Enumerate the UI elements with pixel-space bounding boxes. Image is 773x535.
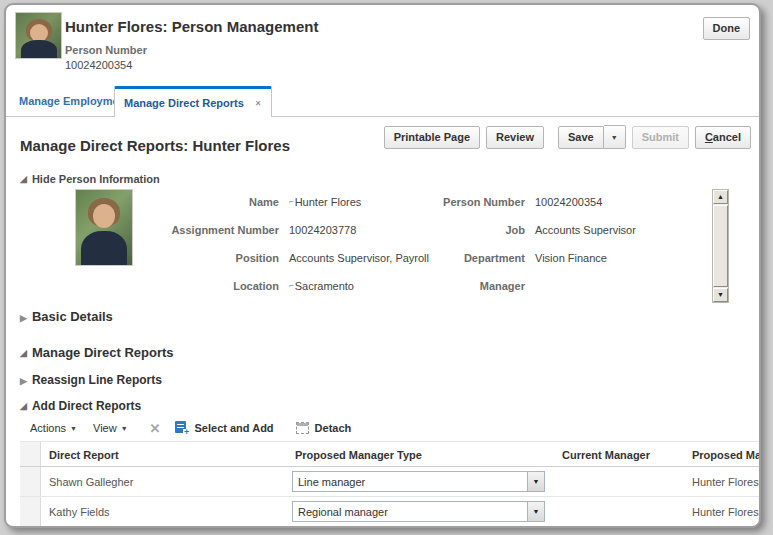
selected-option: Line manager [298, 476, 365, 488]
direct-reports-table: Direct Report Proposed Manager Type Curr… [20, 441, 761, 527]
row-selector-header [20, 442, 41, 466]
chevron-down-icon: ▼ [611, 134, 618, 141]
manage-direct-reports-label: Manage Direct Reports [32, 345, 174, 360]
submit-button: Submit [632, 126, 689, 149]
job-label: Job [365, 224, 525, 236]
assignment-number-value: 10024203778 [289, 224, 356, 236]
location-label: Location [119, 280, 279, 292]
detach-button[interactable]: Detach [296, 422, 352, 434]
table-row[interactable]: Kathy Fields Regional manager ▼ Hunter F… [20, 497, 761, 527]
proposed-manager-cell: Hunter Flores [692, 476, 759, 488]
detach-icon [296, 422, 309, 434]
name-label: Name [119, 196, 279, 208]
name-text: Hunter Flores [295, 196, 362, 208]
expand-triangle-icon: ▶ [20, 313, 27, 323]
scrollbar-thumb[interactable] [713, 205, 728, 287]
collapse-triangle-icon: ◢ [20, 401, 27, 411]
person-management-window: Hunter Flores: Person Management Person … [4, 3, 761, 528]
save-button[interactable]: Save [558, 126, 604, 149]
column-header-proposed-manager-type[interactable]: Proposed Manager Type [295, 449, 422, 461]
scroll-down-icon[interactable]: ▼ [713, 288, 728, 302]
add-direct-reports-label: Add Direct Reports [32, 399, 141, 413]
view-menu-label: View [93, 422, 117, 434]
proposed-manager-type-select[interactable]: Line manager ▼ [292, 471, 545, 492]
view-menu[interactable]: View▼ [93, 422, 128, 434]
name-value: ⌐Hunter Flores [289, 196, 361, 208]
hide-person-information-toggle[interactable]: ◢Hide Person Information [20, 173, 160, 185]
review-button[interactable]: Review [486, 126, 544, 149]
basic-details-toggle[interactable]: ▶Basic Details [20, 309, 113, 324]
photo-face [93, 204, 115, 228]
close-icon[interactable]: ✕ [255, 99, 262, 108]
row-selector[interactable] [20, 497, 41, 526]
cancel-button[interactable]: Cancel [695, 126, 751, 149]
select-and-add-button[interactable]: + Select and Add [175, 421, 274, 435]
chevron-down-icon: ▼ [70, 425, 77, 432]
job-value: Accounts Supervisor [535, 224, 636, 236]
avatar-torso [21, 40, 57, 59]
basic-details-label: Basic Details [32, 309, 113, 324]
person-number-field-label: Person Number [365, 196, 525, 208]
row-selector[interactable] [20, 467, 41, 496]
direct-report-cell: Kathy Fields [49, 506, 110, 518]
person-number-field-value: 10024200354 [535, 196, 602, 208]
selected-option: Regional manager [298, 506, 388, 518]
reassign-line-reports-toggle[interactable]: ▶Reassign Line Reports [20, 373, 162, 387]
actions-menu-label: Actions [30, 422, 66, 434]
column-header-proposed-manager[interactable]: Proposed Manager [692, 449, 761, 461]
manager-label: Manager [365, 280, 525, 292]
vertical-scrollbar[interactable]: ▲ ▼ [712, 189, 729, 303]
tab-manage-employment-label: Manage Employment [19, 95, 129, 107]
page-action-buttons: Printable Page Review Save ▼ Submit Canc… [378, 125, 751, 149]
hide-person-information-label: Hide Person Information [32, 173, 160, 185]
tab-strip: Manage Employment ✕ Manage Direct Report… [6, 86, 759, 117]
chevron-down-icon[interactable]: ▼ [527, 502, 544, 521]
manage-direct-reports-toggle[interactable]: ◢Manage Direct Reports [20, 345, 174, 360]
person-number-value: 10024200354 [65, 59, 132, 71]
column-header-current-manager[interactable]: Current Manager [562, 449, 650, 461]
location-value: ⌐Sacramento [289, 280, 354, 292]
page-title: Manage Direct Reports: Hunter Flores [20, 137, 290, 154]
save-dropdown-button[interactable]: ▼ [604, 125, 626, 149]
scroll-up-icon[interactable]: ▲ [713, 190, 728, 204]
location-text: Sacramento [295, 280, 354, 292]
readonly-marker-icon: ⌐ [289, 281, 294, 290]
actions-menu[interactable]: Actions▼ [30, 422, 77, 434]
delete-icon: ✕ [150, 421, 161, 436]
table-header-row: Direct Report Proposed Manager Type Curr… [20, 441, 761, 467]
collapse-triangle-icon: ◢ [20, 348, 27, 358]
column-header-direct-report[interactable]: Direct Report [49, 449, 119, 461]
tab-manage-direct-reports[interactable]: Manage Direct Reports ✕ [114, 86, 272, 117]
table-row[interactable]: Shawn Gallegher Line manager ▼ Hunter Fl… [20, 467, 761, 497]
direct-report-cell: Shawn Gallegher [49, 476, 133, 488]
add-direct-reports-toggle[interactable]: ◢Add Direct Reports [20, 399, 141, 413]
assignment-number-label: Assignment Number [119, 224, 279, 236]
position-label: Position [119, 252, 279, 264]
proposed-manager-type-select[interactable]: Regional manager ▼ [292, 501, 545, 522]
detach-label: Detach [315, 422, 352, 434]
collapse-triangle-icon: ◢ [20, 174, 27, 184]
select-and-add-icon: + [175, 421, 189, 435]
table-toolbar: Actions▼ View▼ ✕ + Select and Add Detach [30, 417, 373, 439]
readonly-marker-icon: ⌐ [289, 197, 294, 206]
expand-triangle-icon: ▶ [20, 376, 27, 386]
person-avatar [15, 12, 62, 59]
department-label: Department [365, 252, 525, 264]
proposed-manager-cell: Hunter Flores [692, 506, 759, 518]
chevron-down-icon[interactable]: ▼ [527, 472, 544, 491]
reassign-line-reports-label: Reassign Line Reports [32, 373, 162, 387]
printable-page-button[interactable]: Printable Page [384, 126, 480, 149]
tab-manage-direct-reports-label: Manage Direct Reports [124, 97, 244, 109]
chevron-down-icon: ▼ [121, 425, 128, 432]
select-and-add-label: Select and Add [195, 422, 274, 434]
done-button[interactable]: Done [703, 17, 751, 40]
department-value: Vision Finance [535, 252, 607, 264]
person-number-label: Person Number [65, 44, 147, 56]
window-title: Hunter Flores: Person Management [65, 18, 318, 35]
